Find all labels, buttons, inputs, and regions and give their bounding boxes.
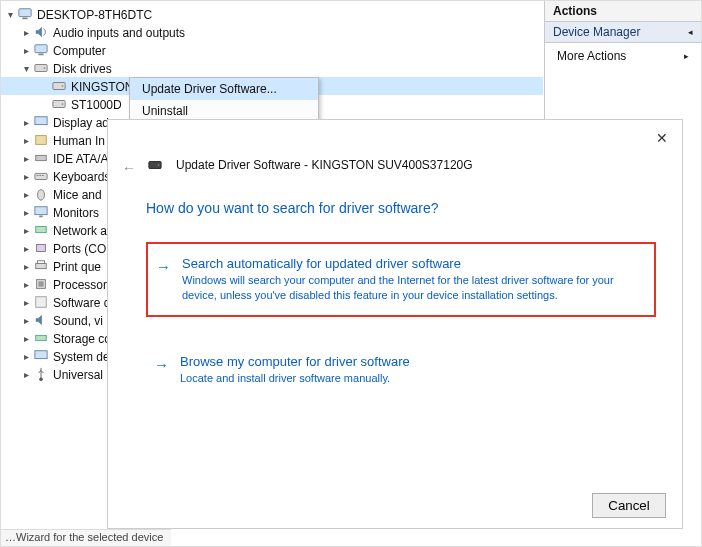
chevron-right-icon[interactable]: ▸ [19, 207, 33, 218]
option-title: Browse my computer for driver software [180, 354, 642, 369]
chevron-right-icon[interactable]: ▸ [19, 333, 33, 344]
arrow-right-icon: → [156, 258, 171, 275]
svg-rect-3 [38, 54, 43, 56]
tree-item-label: Network a [53, 223, 107, 238]
chevron-right-icon[interactable]: ▸ [19, 171, 33, 182]
option-title: Search automatically for updated driver … [182, 256, 640, 271]
chevron-right-icon[interactable]: ▸ [19, 117, 33, 128]
chevron-right-icon[interactable]: ▸ [19, 225, 33, 236]
tree-item-label: Ports (CO [53, 241, 106, 256]
tree-item-label: Universal [53, 367, 103, 382]
chevron-right-icon[interactable]: ▸ [19, 135, 33, 146]
chevron-right-icon[interactable]: ▸ [19, 261, 33, 272]
actions-section-device-manager[interactable]: Device Manager ◂ [545, 22, 701, 43]
svg-rect-26 [36, 297, 47, 308]
chevron-right-icon[interactable]: ▸ [19, 189, 33, 200]
actions-header: Actions [545, 1, 701, 22]
chevron-right-icon[interactable]: ▸ [19, 369, 33, 380]
svg-point-17 [38, 190, 45, 201]
network-icon [33, 222, 49, 238]
chevron-right-icon[interactable]: ▸ [19, 297, 33, 308]
actions-section-label: Device Manager [553, 25, 640, 39]
disk-icon [51, 78, 67, 94]
svg-rect-23 [38, 261, 45, 264]
port-icon [33, 240, 49, 256]
display-icon [33, 114, 49, 130]
chevron-right-icon[interactable]: ▸ [19, 153, 33, 164]
svg-rect-14 [37, 175, 39, 176]
chevron-down-icon[interactable]: ▾ [3, 9, 17, 20]
svg-rect-25 [38, 281, 43, 286]
sound-icon [33, 312, 49, 328]
svg-rect-19 [39, 216, 43, 218]
computer-icon [33, 42, 49, 58]
tree-item-disk-drives[interactable]: ▾ Disk drives [1, 59, 543, 77]
actions-pane: Actions Device Manager ◂ More Actions ▸ [544, 1, 701, 121]
cpu-icon [33, 276, 49, 292]
context-menu-update-driver[interactable]: Update Driver Software... [130, 78, 318, 100]
mouse-icon [33, 186, 49, 202]
tree-item-label: Software c [53, 295, 110, 310]
status-bar: …Wizard for the selected device [1, 529, 171, 546]
back-button[interactable]: ← [122, 160, 136, 176]
svg-rect-16 [42, 175, 44, 176]
actions-more-label: More Actions [557, 49, 626, 63]
svg-rect-18 [35, 207, 47, 215]
close-button[interactable]: ✕ [656, 130, 668, 146]
system-icon [33, 348, 49, 364]
update-driver-wizard: ✕ ← Update Driver Software - KINGSTON SU… [107, 119, 683, 529]
context-menu: Update Driver Software... Uninstall [129, 77, 319, 123]
tree-root-label: DESKTOP-8TH6DTC [37, 7, 152, 22]
svg-point-31 [158, 164, 160, 166]
svg-point-29 [39, 378, 43, 382]
chevron-right-icon: ▸ [684, 51, 689, 61]
chevron-right-icon[interactable]: ▸ [19, 243, 33, 254]
context-menu-item-label: Uninstall [142, 104, 188, 118]
audio-icon [33, 24, 49, 40]
chevron-right-icon[interactable]: ▸ [19, 351, 33, 362]
disk-icon [33, 60, 49, 76]
chevron-right-icon[interactable]: ▸ [19, 27, 33, 38]
wizard-heading: How do you want to search for driver sof… [146, 200, 439, 216]
ide-icon [33, 150, 49, 166]
tree-item-label: Disk drives [53, 61, 112, 76]
chevron-right-icon[interactable]: ▸ [19, 315, 33, 326]
tree-item-computer[interactable]: ▸ Computer [1, 41, 543, 59]
tree-item-label: Processor [53, 277, 107, 292]
option-search-automatically[interactable]: → Search automatically for updated drive… [146, 242, 656, 317]
tree-item-label: Keyboards [53, 169, 110, 184]
svg-rect-0 [19, 9, 31, 17]
cancel-button[interactable]: Cancel [592, 493, 666, 518]
tree-item-label: Sound, vi [53, 313, 103, 328]
svg-rect-12 [36, 155, 47, 160]
chevron-right-icon[interactable]: ▸ [19, 279, 33, 290]
disk-icon [146, 156, 164, 174]
tree-item-label: Computer [53, 43, 106, 58]
tree-item-audio[interactable]: ▸ Audio inputs and outputs [1, 23, 543, 41]
tree-item-label: IDE ATA/A [53, 151, 109, 166]
tree-item-label: Print que [53, 259, 101, 274]
tree-item-label: Human In [53, 133, 105, 148]
svg-rect-13 [35, 173, 47, 179]
disk-icon [51, 96, 67, 112]
svg-rect-11 [36, 136, 47, 145]
collapse-icon: ◂ [688, 27, 693, 37]
tree-item-label: Storage co [53, 331, 111, 346]
storage-icon [33, 330, 49, 346]
svg-rect-20 [36, 227, 47, 233]
option-description: Locate and install driver software manua… [180, 371, 642, 386]
chevron-down-icon[interactable]: ▾ [19, 63, 33, 74]
option-browse-computer[interactable]: → Browse my computer for driver software… [146, 342, 656, 398]
svg-rect-15 [39, 175, 41, 176]
tree-item-label: Audio inputs and outputs [53, 25, 185, 40]
tree-root[interactable]: ▾ DESKTOP-8TH6DTC [1, 5, 543, 23]
svg-rect-28 [35, 351, 47, 359]
svg-rect-10 [35, 117, 47, 125]
actions-more-actions[interactable]: More Actions ▸ [545, 43, 701, 69]
hid-icon [33, 132, 49, 148]
svg-point-7 [62, 85, 64, 87]
tree-item-label: Mice and [53, 187, 102, 202]
chevron-right-icon[interactable]: ▸ [19, 45, 33, 56]
tree-item-label: ST1000D [71, 97, 122, 112]
context-menu-item-label: Update Driver Software... [142, 82, 277, 96]
